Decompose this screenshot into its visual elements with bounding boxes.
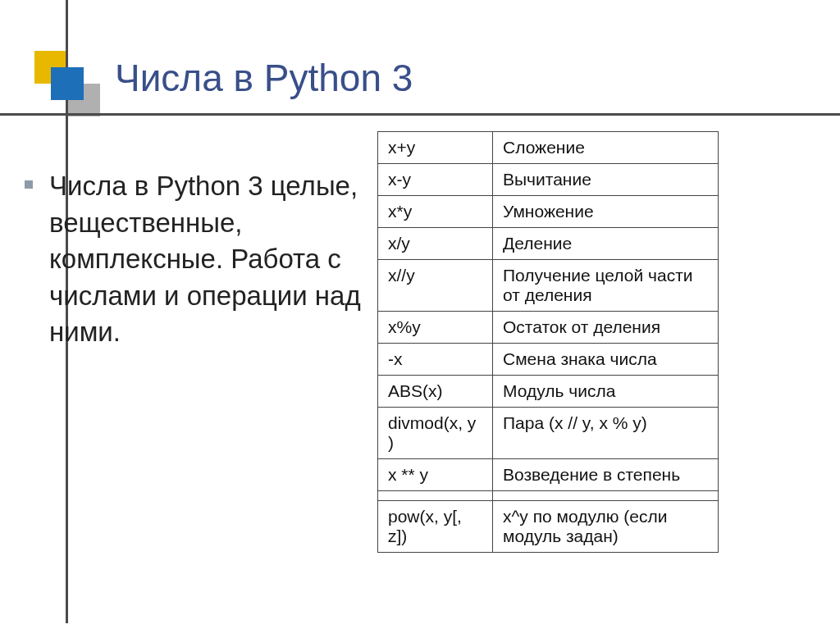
desc-cell: Умножение	[493, 196, 719, 228]
table-row: divmod(x, y )Пара (x // y, x % y)	[378, 408, 719, 459]
table-row: -xСмена знака числа	[378, 344, 719, 376]
table-row: x ** yВозведение в степень	[378, 459, 719, 491]
table-row: x%yОстаток от деления	[378, 312, 719, 344]
table-row: pow(x, y[, z])x^y по модулю (если модуль…	[378, 501, 719, 553]
op-cell: x/y	[378, 228, 493, 260]
op-cell: pow(x, y[, z])	[378, 501, 493, 553]
slide-title: Числа в Python 3	[115, 56, 413, 100]
table-gap	[378, 491, 719, 501]
desc-cell: Деление	[493, 228, 719, 260]
bullet-icon	[25, 180, 33, 189]
table-row: x+yСложение	[378, 132, 719, 164]
table-row: ABS(x)Модуль числа	[378, 376, 719, 408]
op-cell: x%y	[378, 312, 493, 344]
table-row: x*yУмножение	[378, 196, 719, 228]
desc-cell: Возведение в степень	[493, 459, 719, 491]
desc-cell: Остаток от деления	[493, 312, 719, 344]
op-cell: -x	[378, 344, 493, 376]
op-cell: x-y	[378, 164, 493, 196]
desc-cell: Пара (x // y, x % y)	[493, 408, 719, 459]
op-cell: x//y	[378, 260, 493, 312]
table-row: x-yВычитание	[378, 164, 719, 196]
desc-cell: Получение целой части от деления	[493, 260, 719, 312]
op-cell: divmod(x, y )	[378, 408, 493, 459]
desc-cell: Вычитание	[493, 164, 719, 196]
desc-cell: Модуль числа	[493, 376, 719, 408]
operations-table: x+yСложение x-yВычитание x*yУмножение x/…	[377, 131, 719, 553]
op-cell: ABS(x)	[378, 376, 493, 408]
desc-cell: x^y по модулю (если модуль задан)	[493, 501, 719, 553]
op-cell: x*y	[378, 196, 493, 228]
op-cell: x+y	[378, 132, 493, 164]
desc-cell: Сложение	[493, 132, 719, 164]
table-row: x//yПолучение целой части от деления	[378, 260, 719, 312]
desc-cell: Смена знака числа	[493, 344, 719, 376]
divider-horizontal	[0, 113, 840, 116]
table-row: x/yДеление	[378, 228, 719, 260]
slide-body: Числа в Python 3 целые, вещественные, ко…	[49, 168, 361, 351]
op-cell: x ** y	[378, 459, 493, 491]
